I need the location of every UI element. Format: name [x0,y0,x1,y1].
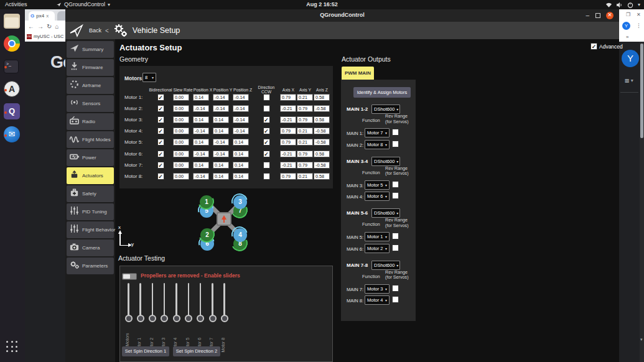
axis-z-field[interactable]: -0.58 [314,128,330,134]
position-x-field[interactable]: 0.14 [193,162,209,169]
bookmarks-overflow-icon[interactable]: » [626,34,628,40]
bidirectional-checkbox[interactable] [157,173,164,180]
scrollbar-thumb[interactable] [640,44,643,138]
position-x-field[interactable]: 0.14 [193,139,209,146]
close-icon[interactable]: ✕ [606,12,614,19]
slider-knob[interactable] [137,315,144,322]
system-tray[interactable]: ▾ [605,1,640,9]
dock-thunderbird-icon[interactable]: ✉ [4,126,21,144]
sidebar-item-flight-modes[interactable]: Flight Modes [67,131,114,148]
sidebar-item-safety[interactable]: Safety [67,185,114,202]
direction-ccw-checkbox[interactable] [263,105,270,112]
position-z-field[interactable]: -0.14 [233,116,249,123]
slew-rate-field[interactable]: 0.00 [173,94,189,101]
clock[interactable]: Aug 2 16:52 [0,1,644,7]
axis-x-field[interactable]: 0.79 [280,94,296,101]
bidirectional-checkbox[interactable] [157,105,164,112]
function-dropdown[interactable]: Motor 7▾ [365,128,390,137]
dock-qgroundcontrol-icon[interactable]: Q [4,103,21,121]
slider-knob[interactable] [197,315,204,322]
sidebar-item-flight-behavior[interactable]: Flight Behavior [67,221,114,238]
menu-kebab-icon[interactable]: ⋮ [636,22,642,29]
position-z-field[interactable]: 0.14 [233,151,249,157]
function-dropdown[interactable]: Motor 3▾ [365,284,390,294]
function-dropdown[interactable]: Motor 6▾ [365,192,390,201]
axis-y-field[interactable]: 0.21 [297,94,313,101]
axis-x-field[interactable]: -0.21 [280,105,296,112]
axis-z-field[interactable]: 0.58 [314,151,330,157]
slew-rate-field[interactable]: 0.00 [173,116,189,123]
position-y-field[interactable]: -0.14 [213,139,229,146]
position-x-field[interactable]: -0.14 [193,173,209,180]
sidebar-item-parameters[interactable]: Parameters [67,258,114,274]
slew-rate-field[interactable]: 0.00 [173,151,189,157]
position-z-field[interactable]: -0.14 [233,128,249,134]
account-avatar-large[interactable]: Y [622,50,639,67]
rev-range-checkbox[interactable] [392,181,399,188]
enable-sliders-toggle[interactable] [122,273,137,280]
direction-ccw-checkbox[interactable] [263,173,270,180]
position-z-field[interactable]: 0.14 [233,173,249,180]
axis-x-field[interactable]: 0.79 [280,139,296,146]
close-icon[interactable]: ✕ [637,12,641,17]
browser-tab-partial[interactable] [57,11,65,21]
profile-avatar[interactable]: Y [622,22,630,30]
position-y-field[interactable]: -0.14 [213,151,229,157]
slider-knob[interactable] [221,315,228,322]
bidirectional-checkbox[interactable] [157,162,164,169]
axis-y-field[interactable]: 0.21 [297,139,313,146]
rev-range-checkbox[interactable] [392,296,399,303]
function-dropdown[interactable]: Motor 1▾ [365,232,390,241]
bookmark-label[interactable]: myUSC - USC [34,34,63,39]
slew-rate-field[interactable]: 0.00 [173,128,189,134]
dock-app-a-icon[interactable]: A [4,81,21,98]
position-x-field[interactable]: -0.14 [193,128,209,134]
motors-count-dropdown[interactable]: 8▾ [142,73,156,82]
axis-z-field[interactable]: -0.58 [314,162,330,169]
bidirectional-checkbox[interactable] [157,151,164,157]
sidebar-item-firmware[interactable]: Firmware [67,59,114,76]
sidebar-item-radio[interactable]: Radio [67,113,114,130]
sidebar-item-summary[interactable]: Summary [67,41,114,58]
dock-chrome-icon[interactable] [4,35,21,53]
window-title-bar[interactable]: QGroundControl – ✕ [65,9,619,22]
function-dropdown[interactable]: Motor 5▾ [365,180,390,190]
reload-icon[interactable]: ↻ [47,23,52,30]
dock-terminal-icon[interactable]: >_ [4,58,21,76]
axis-z-field[interactable]: -0.58 [314,105,330,112]
slider-knob[interactable] [149,315,156,322]
axis-z-field[interactable]: 0.58 [314,94,330,101]
position-z-field[interactable]: 0.14 [233,139,249,146]
set-spin-direction-1-button[interactable]: Set Spin Direction 1 [122,346,169,356]
position-z-field[interactable]: 0.14 [233,162,249,169]
sidebar-item-airframe[interactable]: Airframe [67,77,114,94]
position-x-field[interactable]: -0.14 [193,151,209,157]
axis-x-field[interactable]: 0.79 [280,173,296,180]
maximize-icon[interactable] [595,13,600,18]
rev-range-checkbox[interactable] [392,141,399,147]
protocol-dropdown[interactable]: DShot600▾ [371,157,400,166]
position-y-field[interactable]: -0.14 [213,94,229,101]
axis-x-field[interactable]: -0.21 [280,162,296,169]
axis-y-field[interactable]: 0.21 [297,128,313,134]
axis-y-field[interactable]: 0.79 [297,162,313,169]
sidebar-item-actuators[interactable]: Actuators [67,167,114,184]
axis-y-field[interactable]: 0.21 [297,173,313,180]
axis-z-field[interactable]: -0.58 [314,139,330,146]
protocol-dropdown[interactable]: DShot600▾ [371,208,400,218]
set-spin-direction-2-button[interactable]: Set Spin Direction 2 [173,346,220,356]
slider-knob[interactable] [125,315,133,322]
function-dropdown[interactable]: Motor 4▾ [365,295,390,305]
bidirectional-checkbox[interactable] [157,139,164,146]
slider-knob[interactable] [185,315,192,322]
rev-range-checkbox[interactable] [392,244,399,251]
position-x-field[interactable]: 0.14 [193,94,209,101]
restore-icon[interactable]: ❐ [626,12,630,17]
position-y-field[interactable]: 0.14 [213,173,229,180]
axis-z-field[interactable]: 0.58 [314,116,330,123]
slider-knob[interactable] [161,315,168,322]
sidebar-item-sensors[interactable]: Sensors [67,95,114,112]
slew-rate-field[interactable]: 0.00 [173,173,189,180]
axis-y-field[interactable]: 0.79 [297,105,313,112]
rev-range-checkbox[interactable] [392,192,399,199]
